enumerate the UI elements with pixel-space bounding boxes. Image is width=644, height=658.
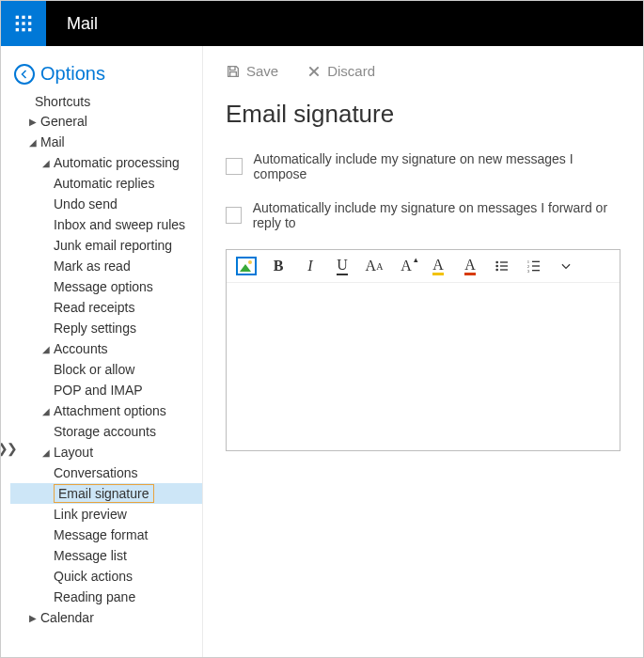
options-title: Options: [40, 63, 105, 85]
tree-item-pop-imap[interactable]: POP and IMAP: [10, 380, 202, 400]
svg-rect-2: [28, 16, 31, 19]
numbered-list-button[interactable]: 123: [524, 256, 544, 276]
tree-item-junk-report[interactable]: Junk email reporting: [10, 235, 202, 256]
caret-down-icon: ◢: [27, 137, 39, 148]
action-row: Save Discard: [226, 63, 620, 79]
svg-rect-4: [22, 22, 24, 24]
back-icon[interactable]: [14, 64, 35, 85]
caret-down-icon: ◢: [40, 158, 52, 168]
tree-item-calendar[interactable]: ▶ Calendar: [10, 607, 202, 628]
tree-item-mail[interactable]: ◢ Mail: [10, 132, 202, 152]
bullet-list-button[interactable]: [492, 256, 512, 276]
font-size-button[interactable]: AA: [364, 256, 385, 276]
app-launcher-button[interactable]: [1, 1, 46, 46]
tree-item-link-preview[interactable]: Link preview: [10, 504, 202, 525]
tree-label: Conversations: [54, 465, 138, 480]
tree-label: Junk email reporting: [54, 238, 172, 253]
tree-label: Message format: [54, 527, 148, 542]
tree-item-mark-read[interactable]: Mark as read: [10, 256, 202, 276]
options-header[interactable]: Options: [1, 57, 202, 94]
svg-rect-8: [28, 28, 31, 31]
signature-new-messages-checkbox[interactable]: [226, 158, 243, 175]
tree-item-conversations[interactable]: Conversations: [10, 462, 202, 483]
tree-label: Inbox and sweep rules: [54, 217, 185, 232]
svg-rect-3: [16, 22, 19, 24]
numbered-list-icon: 123: [526, 258, 542, 274]
discard-label: Discard: [327, 63, 375, 79]
tree-label: Automatic replies: [54, 176, 154, 191]
italic-button[interactable]: I: [300, 256, 321, 276]
caret-down-icon: ◢: [40, 406, 52, 416]
tree-label: Link preview: [54, 507, 127, 522]
tree-label: Layout: [54, 445, 93, 460]
font-grow-icon: A: [401, 258, 412, 274]
tree-label: Accounts: [54, 341, 108, 356]
signature-textarea[interactable]: [227, 283, 620, 449]
svg-rect-14: [500, 269, 508, 270]
options-sidebar: ❯❯ Options Shortcuts ▶ General ◢ Mail ◢ …: [1, 46, 203, 657]
highlight-icon: A: [432, 258, 444, 275]
underline-button[interactable]: U: [332, 256, 353, 276]
app-header: Mail: [1, 1, 643, 46]
tree-item-accounts[interactable]: ◢ Accounts: [10, 338, 202, 359]
font-color-icon: A: [464, 258, 476, 275]
svg-rect-5: [28, 22, 31, 24]
font-color-button[interactable]: A: [460, 256, 480, 276]
signature-reply-forward-label: Automatically include my signature on me…: [253, 200, 620, 230]
tree-label: Mark as read: [54, 258, 131, 274]
tree-item-undo-send[interactable]: Undo send: [10, 194, 202, 214]
svg-rect-16: [532, 261, 540, 262]
expand-handle-icon[interactable]: ❯❯: [1, 441, 16, 456]
page-title: Email signature: [226, 100, 620, 129]
tree-label: Reading pane: [54, 589, 135, 604]
tree-label: Email signature: [58, 486, 149, 501]
increase-font-button[interactable]: A▴: [396, 256, 416, 276]
shortcuts-heading: Shortcuts: [10, 94, 202, 109]
more-formatting-button[interactable]: [556, 256, 576, 276]
signature-reply-forward-row: Automatically include my signature on me…: [226, 200, 620, 230]
svg-rect-6: [16, 28, 19, 31]
caret-down-icon: ◢: [40, 447, 52, 458]
tree-label: POP and IMAP: [54, 383, 143, 398]
highlight-button[interactable]: A: [428, 256, 448, 276]
tree-label: Attachment options: [54, 403, 166, 418]
signature-reply-forward-checkbox[interactable]: [226, 207, 242, 224]
svg-point-9: [495, 261, 498, 264]
tree-item-reply-settings[interactable]: Reply settings: [10, 318, 202, 338]
tree-item-general[interactable]: ▶ General: [10, 111, 202, 132]
tree-label: Block or allow: [54, 362, 134, 377]
signature-editor: B I U AA A▴ A A 123: [226, 249, 620, 451]
tree-item-read-receipts[interactable]: Read receipts: [10, 297, 202, 318]
tree-item-reading-pane[interactable]: Reading pane: [10, 587, 202, 607]
tree-item-auto-replies[interactable]: Automatic replies: [10, 173, 202, 194]
svg-text:3: 3: [527, 269, 530, 274]
tree-item-msg-options[interactable]: Message options: [10, 276, 202, 297]
svg-rect-0: [16, 16, 19, 19]
tree-item-block-allow[interactable]: Block or allow: [10, 359, 202, 380]
chevron-down-icon: [559, 259, 573, 273]
tree-item-auto-processing[interactable]: ◢ Automatic processing: [10, 152, 202, 173]
svg-rect-7: [22, 28, 24, 31]
tree-item-layout[interactable]: ◢ Layout: [10, 442, 202, 462]
tree-item-attach-opts[interactable]: ◢ Attachment options: [10, 400, 202, 421]
tree-label: Automatic processing: [54, 155, 180, 170]
tree-item-message-format[interactable]: Message format: [10, 525, 202, 545]
svg-rect-18: [532, 265, 540, 266]
tree-item-quick-actions[interactable]: Quick actions: [10, 566, 202, 587]
signature-new-messages-row: Automatically include my signature on ne…: [226, 151, 620, 181]
tree-item-message-list[interactable]: Message list: [10, 545, 202, 566]
tree-label: Quick actions: [54, 569, 133, 584]
tree-label: Undo send: [54, 196, 118, 212]
discard-button[interactable]: Discard: [306, 63, 375, 79]
bold-button[interactable]: B: [268, 256, 289, 276]
signature-new-messages-label: Automatically include my signature on ne…: [254, 151, 620, 181]
app-title: Mail: [46, 14, 98, 34]
font-size-icon: A: [366, 258, 377, 274]
insert-image-button[interactable]: [236, 256, 257, 276]
tree-item-storage-accounts[interactable]: Storage accounts: [10, 421, 202, 442]
tree-item-inbox-sweep[interactable]: Inbox and sweep rules: [10, 214, 202, 235]
save-button[interactable]: Save: [226, 63, 278, 79]
caret-right-icon: ▶: [27, 613, 39, 623]
tree-item-email-signature[interactable]: Email signature: [10, 483, 202, 504]
discard-icon: [306, 64, 322, 79]
